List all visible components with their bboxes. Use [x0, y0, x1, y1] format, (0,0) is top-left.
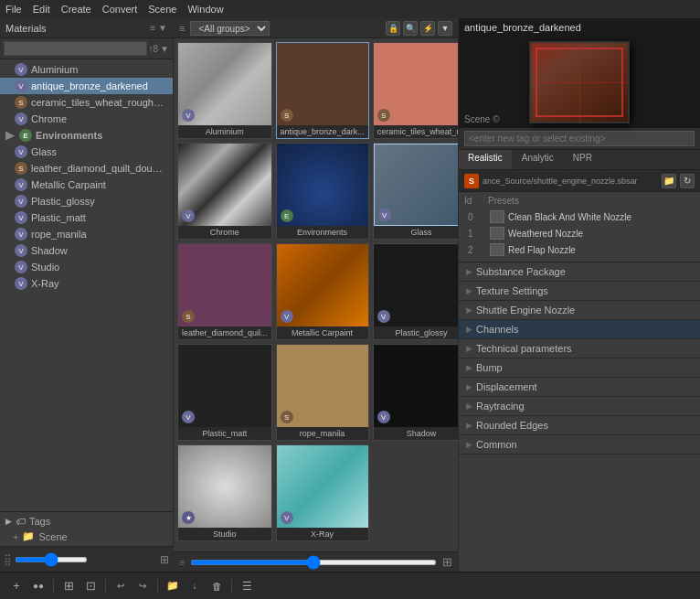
grid-item-shadow[interactable]: VShadow [373, 344, 458, 441]
grid-thumb-antique-bronze: S [277, 43, 368, 125]
substance-folder-btn[interactable]: 📁 [662, 174, 676, 188]
prop-item-texture-settings[interactable]: ▶Texture Settings [459, 282, 700, 301]
prop-item-common[interactable]: ▶Common [459, 435, 700, 455]
search-center-icon[interactable]: 🔍 [403, 21, 418, 36]
grid-thumb-metallic: V [277, 244, 368, 326]
panel-dropdown-icon[interactable]: ▼ [158, 23, 167, 33]
right-panel: antique_bronze_darkened Scene © Rea [458, 18, 700, 572]
grid-item-ceramic[interactable]: Sceramic_tiles_wheat_r... [373, 42, 458, 139]
tags-header[interactable]: ▶ 🏷 Tags [0, 514, 173, 529]
mat-item-plastic-matt[interactable]: VPlastic_matt [0, 209, 173, 226]
separator-2 [105, 579, 106, 594]
prop-item-raytracing[interactable]: ▶Raytracing [459, 397, 700, 416]
grid-item-metallic[interactable]: VMetallic Carpaint [276, 243, 369, 340]
prop-item-rounded-edges[interactable]: ▶Rounded Edges [459, 416, 700, 435]
mat-item-environments[interactable]: ▶EEnvironments [0, 127, 173, 144]
menu-convert[interactable]: Convert [102, 4, 138, 15]
preset-item-0[interactable]: 0Clean Black And White Nozzle [464, 209, 695, 225]
dots-btn[interactable]: ●● [29, 577, 48, 595]
groups-dropdown[interactable]: <All groups> [190, 21, 270, 36]
delete-btn[interactable]: 🗑 [207, 577, 226, 595]
grid-label-glass: Glass [374, 226, 458, 239]
preset-item-2[interactable]: 2Red Flap Nozzle [464, 241, 695, 258]
mat-item-aluminium[interactable]: VAluminium [0, 61, 173, 78]
grid-label-metallic: Metallic Carpaint [277, 326, 368, 339]
center-header-icons: 🔒 🔍 ⚡ ▼ [386, 21, 452, 36]
prop-item-bump[interactable]: ▶Bump [459, 358, 700, 378]
grid-label-antique-bronze: antique_bronze_dark... [277, 125, 368, 138]
left-grid-icon[interactable]: ⊞ [160, 553, 169, 566]
folder-btn[interactable]: 📁 [164, 577, 182, 595]
center-slider[interactable] [190, 560, 437, 565]
grid-icon-ceramic: S [377, 109, 390, 122]
tab-npr[interactable]: NPR [564, 150, 602, 169]
mat-item-metallic[interactable]: VMetallic Carpaint [0, 176, 173, 193]
mat-item-leather[interactable]: Sleather_diamond_quilt_double_stitch [0, 160, 173, 176]
grid-thumb-environments: E [277, 144, 368, 226]
mat-item-chrome[interactable]: VChrome [0, 111, 173, 127]
grid-item-glass[interactable]: VGlass [373, 143, 458, 240]
prop-item-substance-package[interactable]: ▶Substance Package [459, 262, 700, 282]
substance-refresh-btn[interactable]: ↻ [680, 174, 695, 188]
grid-item-plastic-matt[interactable]: VPlastic_matt [177, 344, 272, 441]
grid-item-leather[interactable]: Sleather_diamond_quil... [177, 243, 272, 340]
mat-icon-metallic: V [15, 178, 27, 191]
menu-edit[interactable]: Edit [33, 4, 50, 15]
filter-center-icon[interactable]: ⚡ [420, 21, 435, 36]
prop-item-technical-parameters[interactable]: ▶Technical parameters [459, 339, 700, 358]
tag-input[interactable] [464, 131, 695, 146]
grid-view-icon[interactable]: ⊞ [442, 555, 452, 569]
prop-item-displacement[interactable]: ▶Displacement [459, 378, 700, 397]
mat-item-rope[interactable]: Vrope_manila [0, 226, 173, 242]
mat-item-glass[interactable]: VGlass [0, 144, 173, 160]
tab-analytic[interactable]: Analytic [513, 150, 564, 169]
grid-item-aluminium[interactable]: VAluminium [177, 42, 272, 139]
lock-icon[interactable]: 🔒 [386, 21, 400, 36]
grid-item-studio[interactable]: ★Studio [177, 444, 272, 541]
grid-item-rope[interactable]: Srope_manila [276, 344, 369, 441]
menu-scene[interactable]: Scene [148, 4, 176, 15]
mat-item-ceramic[interactable]: Sceramic_tiles_wheat_roughness [0, 94, 173, 111]
menu-btn[interactable]: ☰ [238, 577, 256, 595]
prop-item-shuttle-engine-nozzle[interactable]: ▶Shuttle Engine Nozzle [459, 301, 700, 320]
prop-arrow-substance-package: ▶ [466, 267, 472, 276]
menu-file[interactable]: File [5, 4, 22, 15]
grid-btn[interactable]: ⊞ [59, 577, 78, 595]
mat-item-studio[interactable]: VStudio [0, 259, 173, 275]
dropdown-center-icon[interactable]: ▼ [438, 21, 452, 36]
add-btn[interactable]: + [7, 577, 26, 595]
mat-icon-studio: V [15, 261, 27, 273]
prop-item-channels[interactable]: ▶Channels [459, 320, 700, 339]
preset-name-1: Weathered Nozzle [508, 229, 583, 239]
move-btn[interactable]: ↪ [133, 577, 152, 595]
tag-input-row [459, 128, 700, 150]
frame-btn[interactable]: ⊡ [81, 577, 100, 595]
mat-item-plastic-glossy[interactable]: VPlastic_glossy [0, 193, 173, 209]
grid-item-environments[interactable]: EEnvironments [276, 143, 369, 240]
left-slider[interactable] [15, 557, 88, 562]
arrow-btn[interactable]: ↩ [111, 577, 130, 595]
mat-item-shadow[interactable]: VShadow [0, 242, 173, 259]
preset-name-0: Clean Black And White Nozzle [508, 212, 631, 222]
grid-label-rope: rope_manila [277, 427, 368, 440]
grid-item-chrome[interactable]: VChrome [177, 143, 272, 240]
grid-item-xray[interactable]: VX-Ray [276, 444, 369, 541]
menu-create[interactable]: Create [61, 4, 91, 15]
tab-realistic[interactable]: Realistic [459, 150, 513, 169]
filter-icon[interactable]: ▼ [160, 44, 169, 54]
materials-search-input[interactable] [4, 41, 147, 56]
mat-label-chrome: Chrome [31, 113, 67, 124]
menu-window[interactable]: Window [187, 4, 223, 15]
grid-item-antique-bronze[interactable]: Santique_bronze_dark... [276, 42, 369, 139]
scene-row[interactable]: + 📁 Scene [0, 529, 173, 544]
prop-arrow-shuttle-engine-nozzle: ▶ [466, 305, 472, 315]
preset-item-1[interactable]: 1Weathered Nozzle [464, 225, 695, 241]
mat-item-xray[interactable]: VX-Ray [0, 275, 173, 292]
grid-item-plastic-glossy[interactable]: VPlastic_glossy [373, 243, 458, 340]
mat-icon-xray: V [15, 277, 27, 290]
down-btn[interactable]: ↓ [186, 577, 204, 595]
grid-thumb-shadow: V [374, 345, 458, 427]
left-panel: Materials ≡ ▼ ↑8 ▼ VAluminiumVantique_br… [0, 18, 174, 572]
mat-item-antique-bronze[interactable]: Vantique_bronze_darkened [0, 78, 173, 94]
grid-icon-plastic-matt: V [182, 411, 195, 423]
